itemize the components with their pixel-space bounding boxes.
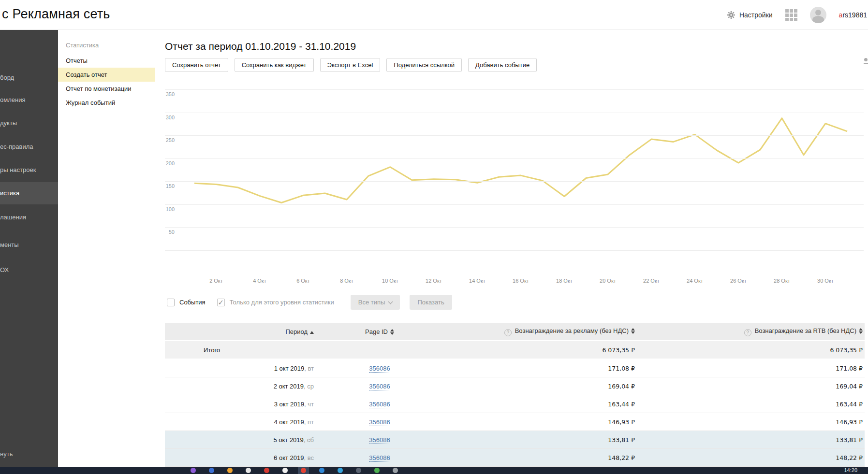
page-id-link[interactable]: 356086 [369,365,390,373]
x-axis-label: 14 Окт [463,278,492,284]
x-axis-label: 16 Окт [506,278,535,284]
app-light-icon[interactable] [282,468,288,473]
y-axis-label: 250 [165,137,175,143]
toolbar-button-2[interactable]: Экспорт в Excel [320,58,381,72]
submenu-item-1[interactable]: Создать отчет [58,68,155,82]
sidebar-item-3[interactable]: ес-правила [0,139,58,155]
app-cyan-icon[interactable] [338,468,343,473]
gridline [165,181,864,182]
events-checkbox-label: События [179,299,206,306]
app-blue-icon[interactable] [209,468,214,473]
toolbar-button-0[interactable]: Сохранить отчет [165,58,228,72]
gridline [165,113,864,113]
sidebar-item-4[interactable]: ры настроек [0,162,58,178]
avatar[interactable] [810,7,826,23]
app-gray-icon[interactable] [393,468,398,473]
main-sidebar: нуть бордомлениядуктыес-правилары настро… [0,30,58,467]
period-cell: 3 окт 2019, чт [165,401,317,408]
sidebar-item-5[interactable]: истика [0,182,58,204]
period-cell: 2 окт 2019, ср [165,383,317,390]
ad-revenue-cell: 171,08 ₽ [442,365,641,372]
report-table: ПериодPage ID?Вознаграждение за рекламу … [165,323,865,467]
rtb-revenue-cell: 171,08 ₽ [641,365,865,372]
x-axis-label: 10 Окт [376,278,405,284]
y-axis-label: 350 [165,91,175,97]
sidebar-item-6[interactable]: лашения [0,209,58,226]
column-header-3[interactable]: ?Вознаграждение за RTB (без НДС) [641,327,865,336]
services-grid-icon[interactable] [785,9,797,21]
sort-icon [631,328,635,334]
toolbar-button-3[interactable]: Поделиться ссылкой [386,58,462,72]
page-id-link[interactable]: 356086 [369,454,390,462]
period-cell: 6 окт 2019, вс [165,454,317,461]
app-green-icon[interactable] [374,468,380,473]
x-axis-label: 2 Окт [202,278,231,284]
x-axis-label: 26 Окт [724,278,753,284]
page-id-link[interactable]: 356086 [369,418,390,426]
show-button[interactable]: Показать [410,295,452,310]
table-total-row: Итого6 073,35 ₽6 073,35 ₽ [165,341,865,359]
sidebar-item-7[interactable]: менты [0,237,58,253]
app-yellow-icon[interactable] [227,468,233,473]
app-red-active-icon[interactable] [301,468,306,473]
x-axis-label: 8 Окт [332,278,361,284]
settings-button[interactable]: Настройки [727,11,773,19]
gridline [165,135,864,136]
submenu-title: Статистика [66,42,155,49]
chart-menu-icon[interactable] [864,58,868,65]
help-icon[interactable]: ? [504,329,512,336]
sidebar-item-1[interactable]: омления [0,92,58,108]
app-blue2-icon[interactable] [319,468,324,473]
sort-asc-icon [310,331,314,334]
ad-revenue-cell: 148,22 ₽ [442,454,641,461]
y-axis-label: 300 [165,115,175,120]
brand-title: с Рекламная сеть [2,7,110,22]
settings-label: Настройки [739,11,773,19]
sidebar-item-0[interactable]: борд [0,70,58,86]
page-id-link[interactable]: 356086 [369,436,390,444]
windows-taskbar: 14:20 [0,467,868,474]
ad-revenue-cell: 133,81 ₽ [442,436,641,444]
submenu-item-2[interactable]: Отчет по монетизации [58,82,155,96]
gridline [165,158,864,159]
page-id-link[interactable]: 356086 [369,401,390,408]
period-cell: 5 окт 2019, сб [165,436,317,444]
rtb-revenue-cell: 163,44 ₽ [641,401,865,408]
chevron-down-icon [388,299,393,304]
column-header-2[interactable]: ?Вознаграждение за рекламу (без НДС) [442,327,641,336]
x-axis-label: 22 Окт [637,278,666,284]
sidebar-item-8[interactable]: ОХ [0,262,58,278]
ad-revenue-cell: 163,44 ₽ [442,401,641,408]
app-purple-icon[interactable] [191,468,196,473]
submenu-item-3[interactable]: Журнал событий [58,96,155,110]
column-header-0[interactable]: Период [165,328,317,335]
app-white-icon[interactable] [246,468,251,473]
top-bar: с Рекламная сеть Настройки ars19881 [0,0,868,30]
report-toolbar: Сохранить отчетСохранить как виджетЭкспо… [165,58,537,72]
main-content: Отчет за период 01.10.2019 - 31.10.2019 … [155,30,868,467]
column-header-1[interactable]: Page ID [317,328,442,335]
event-type-select[interactable]: Все типы [351,295,400,310]
app-dark-icon[interactable] [356,468,361,473]
toolbar-button-4[interactable]: Добавить событие [468,58,537,72]
y-axis-label: 150 [165,183,175,189]
sort-icon [859,328,863,334]
table-row: 6 окт 2019, вс356086148,22 ₽148,22 ₽ [165,449,865,467]
y-axis-label: 200 [165,160,175,166]
revenue-line-chart: 35030025020015010050 [165,89,864,273]
events-checkbox[interactable] [167,299,175,306]
page-id-link[interactable]: 356086 [369,383,390,390]
x-axis-label: 28 Окт [767,278,796,284]
period-cell: 4 окт 2019, пт [165,418,317,426]
toolbar-button-1[interactable]: Сохранить как виджет [235,58,314,72]
submenu-item-0[interactable]: Отчеты [58,54,155,68]
help-icon[interactable]: ? [744,329,751,336]
level-checkbox[interactable]: ✓ [217,299,225,306]
sidebar-collapse-button[interactable]: нуть [0,450,58,458]
rtb-revenue-cell: 133,81 ₽ [641,436,865,444]
app-red-icon[interactable] [264,468,269,473]
sidebar-item-2[interactable]: дукты [0,115,58,131]
x-axis-label: 12 Окт [419,278,448,284]
username[interactable]: ars19881 [839,11,867,19]
x-axis-label: 20 Окт [593,278,622,284]
